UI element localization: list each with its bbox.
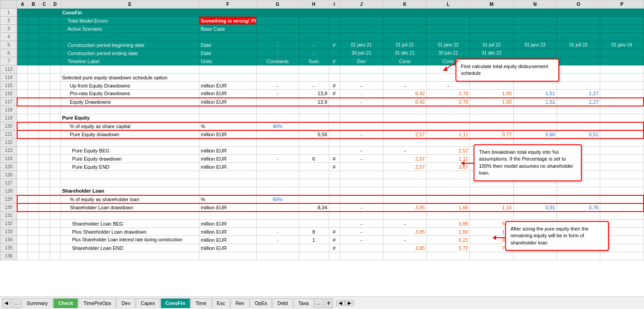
col-b-header: B	[28, 0, 39, 9]
cell-117-m: 1,93	[470, 98, 513, 106]
tab-add[interactable]: +	[324, 298, 333, 308]
cell-116-j: -	[340, 90, 383, 98]
cell-117-k: 6,42	[383, 98, 426, 106]
cell-134-h: 1	[299, 236, 329, 244]
tab-capex[interactable]: Capex	[136, 298, 160, 308]
tab-dev[interactable]: Dev	[116, 298, 135, 308]
cell-124-e: Pure Equity drawdown	[60, 155, 199, 163]
scroll-left-btn[interactable]: ◀	[336, 300, 345, 306]
cell-134-l: 0,21	[427, 236, 470, 244]
tab-esc[interactable]: Esc	[212, 298, 230, 308]
cell-117-h: 13,9	[299, 98, 329, 106]
cell-116-k: 6,42	[383, 90, 426, 98]
tab-time[interactable]: Time	[191, 298, 212, 308]
tab-summary[interactable]: Summary	[22, 298, 53, 308]
cell-134-k: -	[383, 236, 426, 244]
cell-121-e: Pure Equity drawdown	[60, 130, 199, 138]
cell-130-o: 0,76	[557, 203, 600, 212]
row-130: 130 Shareholder Loan drawdown million EU…	[0, 203, 644, 212]
cell-5-p: 01 janv 24	[600, 41, 644, 49]
cell-135-k: 3,85	[383, 244, 426, 252]
tab-opex[interactable]: OpEx	[250, 298, 272, 308]
tooltip-3-arrow	[492, 233, 508, 242]
cell-134-e: Plus Shareholder Loan interest rate duri…	[60, 236, 199, 244]
cell-5-k: 01 juil 21	[383, 41, 426, 49]
cell-121-f: million EUR	[199, 130, 257, 138]
col-k-header: K	[383, 0, 426, 9]
cell-116-g: -	[257, 90, 299, 98]
cell-133-g: -	[257, 228, 299, 236]
row-120: 120 % of equity as share capital % 40%	[0, 122, 644, 130]
cell-5-o: 01 juil 23	[557, 41, 600, 49]
tooltip-3-text: After sizing the pure equity then the re…	[511, 226, 589, 245]
col-n-header: N	[513, 0, 557, 9]
tab-consfin[interactable]: ConsFin	[161, 298, 190, 308]
cell-123-e: Pure Equity BEG	[60, 147, 199, 155]
cell-115-j: -	[340, 82, 383, 90]
tooltip-1: First calculate total equity disbursemen…	[455, 59, 559, 82]
tab-timepreops[interactable]: TimePreOps	[78, 298, 116, 308]
tab-rev[interactable]: Rev	[230, 298, 249, 308]
cell-128-e: Shareholder Loan	[60, 187, 199, 195]
svg-marker-3	[461, 161, 465, 166]
cell-7-g: Constants	[257, 57, 299, 65]
scroll-right-btn[interactable]: ▶	[345, 300, 354, 306]
cell-121-h: 5,56	[299, 130, 329, 138]
cell-5-e: Construction period beginning date	[60, 41, 199, 49]
cell-130-n: 0,91	[513, 203, 557, 212]
col-h-header: H	[299, 0, 329, 9]
cell-116-e: Pro-rata Equity Drawdowns	[60, 90, 199, 98]
col-c-header: C	[39, 0, 50, 9]
spreadsheet-container: A B C D E F G H I J K L M N O	[0, 0, 644, 309]
cell-132-l: 3,85	[427, 220, 470, 228]
tooltip-3: After sizing the pure equity then the re…	[505, 221, 609, 251]
cell-7-e: Timeline Label	[60, 57, 199, 65]
cell-6-f: Date	[199, 49, 257, 57]
cell-135-i: #	[329, 244, 340, 252]
cell-132-e: Shareholder Loan BEG	[60, 220, 199, 228]
cell-121-j: -	[340, 130, 383, 138]
tab-nav-prev[interactable]: ◀	[2, 298, 11, 308]
cell-121-n: 0,60	[513, 130, 557, 138]
row-1: 1 ConsFin	[0, 9, 644, 17]
cell-132-f: million EUR	[199, 220, 257, 228]
cell-121-m: 0,77	[470, 130, 513, 138]
col-l-header: L	[427, 0, 470, 9]
cell-7-j: Dev	[340, 57, 383, 65]
col-g-header: G	[257, 0, 299, 9]
cell-2-f-error: Something is wrong! Please check	[199, 17, 257, 25]
cell-129-f: %	[199, 195, 257, 203]
col-j-header: J	[340, 0, 383, 9]
cell-125-f: million EUR	[199, 163, 257, 171]
tooltip-2: Then breakdown total equity into %s assu…	[474, 144, 582, 181]
tab-check[interactable]: Check	[53, 298, 78, 308]
cell-130-f: million EUR	[199, 203, 257, 212]
cell-5-m: 01 juil 22	[470, 41, 513, 49]
cell-132-k: -	[383, 220, 426, 228]
cell-134-f: million EUR	[199, 236, 257, 244]
cell-6-l: 30 juin 22	[427, 49, 470, 57]
tooltip-1-text: First calculate total equity disbursemen…	[461, 64, 548, 76]
cell-117-l: 2,76	[427, 98, 470, 106]
cell-123-j: -	[340, 147, 383, 155]
cell-133-l: 1,66	[427, 228, 470, 236]
cell-133-k: 3,85	[383, 228, 426, 236]
tab-nav-dots-left[interactable]: ...	[12, 298, 21, 308]
cell-5-n: 01 janv 23	[513, 41, 557, 49]
cell-119-e: Pure Equity	[60, 114, 199, 122]
cell-6-e: Construction period ending date	[60, 49, 199, 57]
cell-116-i: #	[329, 90, 340, 98]
cell-6-k: 31 déc 21	[383, 49, 426, 57]
cell-130-l: 1,66	[427, 203, 470, 212]
row-118: 118	[0, 106, 644, 114]
tab-nav-dots-right[interactable]: ...	[314, 298, 323, 308]
cell-135-e: Shareholder Loan END	[60, 244, 199, 252]
tab-taxa[interactable]: Taxa	[294, 298, 314, 308]
cell-133-f: million EUR	[199, 228, 257, 236]
cell-117-f: million EUR	[199, 98, 257, 106]
cell-115-g: -	[257, 82, 299, 90]
cell-115-k: -	[383, 82, 426, 90]
cell-7-f: Units	[199, 57, 257, 65]
cell-134-j: -	[340, 236, 383, 244]
tab-debt[interactable]: Debt	[272, 298, 293, 308]
